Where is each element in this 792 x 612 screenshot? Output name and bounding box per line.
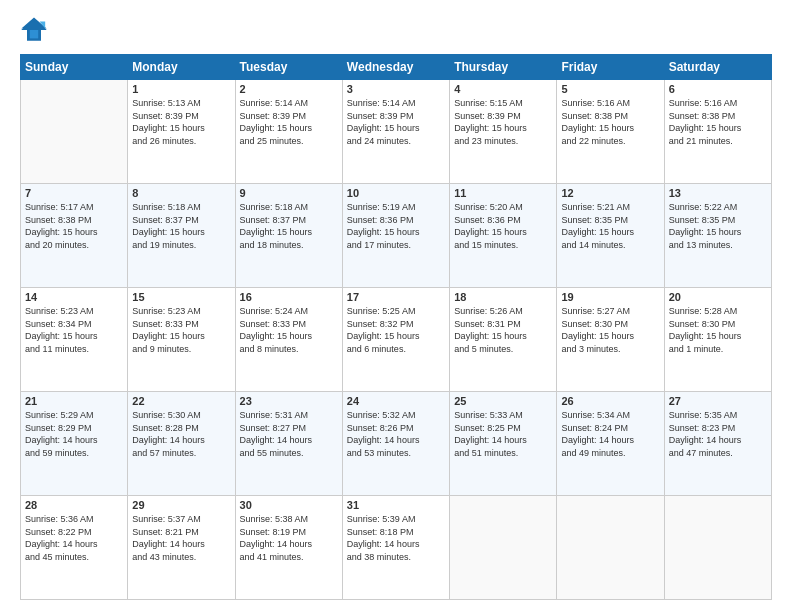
- day-number: 26: [561, 395, 659, 407]
- day-number: 12: [561, 187, 659, 199]
- day-number: 18: [454, 291, 552, 303]
- day-info: Sunrise: 5:33 AMSunset: 8:25 PMDaylight:…: [454, 409, 552, 459]
- day-info: Sunrise: 5:16 AMSunset: 8:38 PMDaylight:…: [669, 97, 767, 147]
- header-cell-thursday: Thursday: [450, 55, 557, 80]
- calendar-cell: 7Sunrise: 5:17 AMSunset: 8:38 PMDaylight…: [21, 184, 128, 288]
- calendar-cell: 20Sunrise: 5:28 AMSunset: 8:30 PMDayligh…: [664, 288, 771, 392]
- day-number: 10: [347, 187, 445, 199]
- day-info: Sunrise: 5:27 AMSunset: 8:30 PMDaylight:…: [561, 305, 659, 355]
- day-info: Sunrise: 5:21 AMSunset: 8:35 PMDaylight:…: [561, 201, 659, 251]
- day-number: 16: [240, 291, 338, 303]
- calendar-cell: 15Sunrise: 5:23 AMSunset: 8:33 PMDayligh…: [128, 288, 235, 392]
- day-info: Sunrise: 5:35 AMSunset: 8:23 PMDaylight:…: [669, 409, 767, 459]
- day-info: Sunrise: 5:18 AMSunset: 8:37 PMDaylight:…: [132, 201, 230, 251]
- calendar-week-5: 28Sunrise: 5:36 AMSunset: 8:22 PMDayligh…: [21, 496, 772, 600]
- day-info: Sunrise: 5:18 AMSunset: 8:37 PMDaylight:…: [240, 201, 338, 251]
- day-number: 20: [669, 291, 767, 303]
- day-number: 24: [347, 395, 445, 407]
- day-number: 29: [132, 499, 230, 511]
- calendar-cell: 8Sunrise: 5:18 AMSunset: 8:37 PMDaylight…: [128, 184, 235, 288]
- day-number: 25: [454, 395, 552, 407]
- day-info: Sunrise: 5:34 AMSunset: 8:24 PMDaylight:…: [561, 409, 659, 459]
- calendar-cell: 4Sunrise: 5:15 AMSunset: 8:39 PMDaylight…: [450, 80, 557, 184]
- day-info: Sunrise: 5:23 AMSunset: 8:34 PMDaylight:…: [25, 305, 123, 355]
- day-info: Sunrise: 5:22 AMSunset: 8:35 PMDaylight:…: [669, 201, 767, 251]
- calendar-cell: [21, 80, 128, 184]
- day-info: Sunrise: 5:16 AMSunset: 8:38 PMDaylight:…: [561, 97, 659, 147]
- day-number: 28: [25, 499, 123, 511]
- logo-icon: [20, 16, 48, 44]
- day-info: Sunrise: 5:20 AMSunset: 8:36 PMDaylight:…: [454, 201, 552, 251]
- header-cell-wednesday: Wednesday: [342, 55, 449, 80]
- day-number: 13: [669, 187, 767, 199]
- day-info: Sunrise: 5:36 AMSunset: 8:22 PMDaylight:…: [25, 513, 123, 563]
- calendar-cell: 13Sunrise: 5:22 AMSunset: 8:35 PMDayligh…: [664, 184, 771, 288]
- day-number: 8: [132, 187, 230, 199]
- day-info: Sunrise: 5:30 AMSunset: 8:28 PMDaylight:…: [132, 409, 230, 459]
- calendar-week-1: 1Sunrise: 5:13 AMSunset: 8:39 PMDaylight…: [21, 80, 772, 184]
- calendar-cell: 27Sunrise: 5:35 AMSunset: 8:23 PMDayligh…: [664, 392, 771, 496]
- svg-rect-2: [30, 29, 38, 39]
- day-info: Sunrise: 5:14 AMSunset: 8:39 PMDaylight:…: [347, 97, 445, 147]
- calendar-cell: 29Sunrise: 5:37 AMSunset: 8:21 PMDayligh…: [128, 496, 235, 600]
- day-info: Sunrise: 5:24 AMSunset: 8:33 PMDaylight:…: [240, 305, 338, 355]
- calendar-cell: 26Sunrise: 5:34 AMSunset: 8:24 PMDayligh…: [557, 392, 664, 496]
- day-info: Sunrise: 5:14 AMSunset: 8:39 PMDaylight:…: [240, 97, 338, 147]
- header-cell-friday: Friday: [557, 55, 664, 80]
- calendar-cell: 6Sunrise: 5:16 AMSunset: 8:38 PMDaylight…: [664, 80, 771, 184]
- day-number: 21: [25, 395, 123, 407]
- day-number: 27: [669, 395, 767, 407]
- calendar-cell: 23Sunrise: 5:31 AMSunset: 8:27 PMDayligh…: [235, 392, 342, 496]
- calendar-cell: 31Sunrise: 5:39 AMSunset: 8:18 PMDayligh…: [342, 496, 449, 600]
- day-number: 30: [240, 499, 338, 511]
- calendar-cell: [557, 496, 664, 600]
- day-number: 11: [454, 187, 552, 199]
- calendar-header: SundayMondayTuesdayWednesdayThursdayFrid…: [21, 55, 772, 80]
- calendar-week-2: 7Sunrise: 5:17 AMSunset: 8:38 PMDaylight…: [21, 184, 772, 288]
- calendar-cell: 1Sunrise: 5:13 AMSunset: 8:39 PMDaylight…: [128, 80, 235, 184]
- day-number: 31: [347, 499, 445, 511]
- day-info: Sunrise: 5:37 AMSunset: 8:21 PMDaylight:…: [132, 513, 230, 563]
- day-info: Sunrise: 5:29 AMSunset: 8:29 PMDaylight:…: [25, 409, 123, 459]
- calendar-cell: 24Sunrise: 5:32 AMSunset: 8:26 PMDayligh…: [342, 392, 449, 496]
- day-info: Sunrise: 5:13 AMSunset: 8:39 PMDaylight:…: [132, 97, 230, 147]
- day-number: 4: [454, 83, 552, 95]
- calendar-cell: 10Sunrise: 5:19 AMSunset: 8:36 PMDayligh…: [342, 184, 449, 288]
- day-number: 15: [132, 291, 230, 303]
- calendar-cell: 28Sunrise: 5:36 AMSunset: 8:22 PMDayligh…: [21, 496, 128, 600]
- header: [20, 16, 772, 44]
- calendar-cell: 16Sunrise: 5:24 AMSunset: 8:33 PMDayligh…: [235, 288, 342, 392]
- day-info: Sunrise: 5:39 AMSunset: 8:18 PMDaylight:…: [347, 513, 445, 563]
- day-number: 5: [561, 83, 659, 95]
- calendar-cell: 22Sunrise: 5:30 AMSunset: 8:28 PMDayligh…: [128, 392, 235, 496]
- calendar-cell: 5Sunrise: 5:16 AMSunset: 8:38 PMDaylight…: [557, 80, 664, 184]
- calendar-cell: 21Sunrise: 5:29 AMSunset: 8:29 PMDayligh…: [21, 392, 128, 496]
- calendar-cell: 9Sunrise: 5:18 AMSunset: 8:37 PMDaylight…: [235, 184, 342, 288]
- day-number: 17: [347, 291, 445, 303]
- day-number: 22: [132, 395, 230, 407]
- day-number: 1: [132, 83, 230, 95]
- day-number: 19: [561, 291, 659, 303]
- day-info: Sunrise: 5:15 AMSunset: 8:39 PMDaylight:…: [454, 97, 552, 147]
- header-cell-sunday: Sunday: [21, 55, 128, 80]
- calendar-cell: [664, 496, 771, 600]
- calendar-body: 1Sunrise: 5:13 AMSunset: 8:39 PMDaylight…: [21, 80, 772, 600]
- day-info: Sunrise: 5:38 AMSunset: 8:19 PMDaylight:…: [240, 513, 338, 563]
- day-info: Sunrise: 5:19 AMSunset: 8:36 PMDaylight:…: [347, 201, 445, 251]
- day-info: Sunrise: 5:25 AMSunset: 8:32 PMDaylight:…: [347, 305, 445, 355]
- header-cell-tuesday: Tuesday: [235, 55, 342, 80]
- calendar-cell: 19Sunrise: 5:27 AMSunset: 8:30 PMDayligh…: [557, 288, 664, 392]
- calendar-cell: 17Sunrise: 5:25 AMSunset: 8:32 PMDayligh…: [342, 288, 449, 392]
- calendar-cell: 18Sunrise: 5:26 AMSunset: 8:31 PMDayligh…: [450, 288, 557, 392]
- calendar-cell: 14Sunrise: 5:23 AMSunset: 8:34 PMDayligh…: [21, 288, 128, 392]
- day-number: 23: [240, 395, 338, 407]
- day-number: 9: [240, 187, 338, 199]
- day-number: 14: [25, 291, 123, 303]
- day-info: Sunrise: 5:17 AMSunset: 8:38 PMDaylight:…: [25, 201, 123, 251]
- header-cell-saturday: Saturday: [664, 55, 771, 80]
- day-number: 2: [240, 83, 338, 95]
- calendar-cell: 11Sunrise: 5:20 AMSunset: 8:36 PMDayligh…: [450, 184, 557, 288]
- day-number: 3: [347, 83, 445, 95]
- day-number: 7: [25, 187, 123, 199]
- calendar-cell: 2Sunrise: 5:14 AMSunset: 8:39 PMDaylight…: [235, 80, 342, 184]
